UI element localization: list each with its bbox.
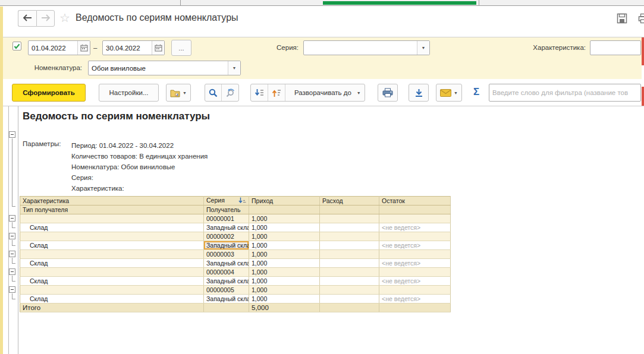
table-cell[interactable]: 1,000 <box>249 295 320 304</box>
table-cell[interactable]: Склад <box>20 295 204 304</box>
table-cell[interactable] <box>320 250 379 259</box>
table-cell[interactable] <box>20 250 204 259</box>
table-cell[interactable] <box>320 277 379 286</box>
favorites-star-icon[interactable]: ☆ <box>59 11 70 24</box>
table-cell[interactable] <box>320 241 379 250</box>
date-to-calendar-button[interactable] <box>152 41 164 55</box>
table-cell[interactable] <box>320 214 379 223</box>
table-cell[interactable]: Склад <box>20 259 204 268</box>
subheader-empty[interactable] <box>379 206 451 214</box>
search-next-button[interactable] <box>221 84 238 101</box>
table-cell[interactable]: <не ведется> <box>379 241 451 250</box>
date-from-input[interactable] <box>29 41 77 55</box>
table-cell[interactable] <box>379 286 451 295</box>
table-cell[interactable] <box>320 223 379 232</box>
table-cell[interactable] <box>20 268 204 277</box>
table-cell[interactable]: 1,000 <box>249 241 320 250</box>
report-variants-button[interactable]: ▼ <box>166 84 191 102</box>
print-header-button[interactable] <box>637 14 644 26</box>
active-tab-indicator[interactable] <box>323 1 476 5</box>
search-button[interactable] <box>205 84 221 101</box>
collapse-report-button[interactable] <box>9 131 15 138</box>
total-ostatok-cell[interactable] <box>379 304 451 312</box>
table-cell[interactable] <box>379 268 451 277</box>
table-cell[interactable]: 1,000 <box>249 277 320 286</box>
forward-button[interactable] <box>36 10 55 27</box>
table-cell[interactable]: 00000001 <box>204 214 249 223</box>
table-cell[interactable] <box>379 214 451 223</box>
table-cell[interactable]: <не ведется> <box>379 295 451 304</box>
total-label[interactable]: Итого <box>20 304 204 312</box>
table-cell[interactable]: Западный склад <box>204 259 249 268</box>
subheader-tip-poluchatelya[interactable]: Тип получателя <box>20 206 204 214</box>
column-header-rashod[interactable]: Расход <box>320 197 379 206</box>
column-header-ostatok[interactable]: Остаток <box>379 197 451 206</box>
date-to-input[interactable] <box>103 41 152 55</box>
expand-to-button[interactable]: Разворачивать до ▼ <box>285 84 365 101</box>
collapse-group-button[interactable] <box>9 215 15 222</box>
collapse-group-button[interactable] <box>9 233 15 239</box>
table-cell[interactable]: Склад <box>20 277 204 286</box>
column-header-seriya[interactable]: Серия <box>204 197 249 206</box>
column-header-prihod[interactable]: Приход <box>249 197 320 206</box>
table-cell[interactable]: 1,000 <box>249 250 320 259</box>
table-cell[interactable]: 1,000 <box>249 259 320 268</box>
table-cell[interactable]: 00000004 <box>204 268 249 277</box>
table-cell[interactable]: Западный склад <box>204 277 249 286</box>
table-cell[interactable]: 1,000 <box>249 268 320 277</box>
table-cell[interactable]: Западный склад <box>204 295 249 304</box>
seriya-dropdown-button[interactable]: ▼ <box>417 41 429 55</box>
table-cell[interactable]: Западный склад <box>204 223 249 232</box>
email-button[interactable]: ▼ <box>436 84 462 102</box>
table-cell[interactable] <box>20 214 204 223</box>
quick-filter-input[interactable] <box>489 84 640 101</box>
table-cell[interactable]: 1,000 <box>249 214 320 223</box>
table-cell[interactable] <box>379 232 451 241</box>
table-cell[interactable]: 1,000 <box>249 223 320 232</box>
table-cell[interactable]: Склад <box>20 241 204 250</box>
subheader-empty[interactable] <box>249 206 320 214</box>
sum-button[interactable]: Σ <box>473 86 479 98</box>
subheader-poluchatel[interactable]: Получатель <box>204 206 249 214</box>
selected-cell[interactable]: Западный склад <box>204 241 249 250</box>
table-cell[interactable]: 00000003 <box>204 250 249 259</box>
period-checkbox[interactable] <box>12 42 21 50</box>
table-cell[interactable]: 00000005 <box>204 286 249 295</box>
table-cell[interactable]: <не ведется> <box>379 223 451 232</box>
table-cell[interactable] <box>320 232 379 241</box>
table-cell[interactable] <box>320 259 379 268</box>
collapse-group-button[interactable] <box>9 286 15 293</box>
collapse-group-button[interactable] <box>9 268 15 275</box>
print-button[interactable] <box>378 84 398 102</box>
back-button[interactable] <box>18 10 36 27</box>
subheader-empty[interactable] <box>320 206 379 214</box>
table-cell[interactable] <box>379 250 451 259</box>
nomenklatura-dropdown-button[interactable]: ▼ <box>228 61 240 75</box>
total-prihod-cell[interactable]: 5,000 <box>249 304 320 312</box>
period-more-button[interactable]: ... <box>171 40 191 56</box>
total-rashod-cell[interactable] <box>320 304 379 312</box>
settings-button[interactable]: Настройки... <box>99 84 159 102</box>
collapse-groups-button[interactable] <box>251 84 268 101</box>
table-cell[interactable]: Склад <box>20 223 204 232</box>
table-cell[interactable]: 00000002 <box>204 232 249 241</box>
table-cell[interactable] <box>320 286 379 295</box>
seriya-input[interactable] <box>304 41 417 55</box>
table-cell[interactable]: <не ведется> <box>379 259 451 268</box>
table-cell[interactable]: <не ведется> <box>379 277 451 286</box>
download-button[interactable] <box>409 84 429 102</box>
table-cell[interactable] <box>20 232 204 241</box>
total-seriya-cell[interactable] <box>204 304 249 312</box>
table-cell[interactable] <box>320 295 379 304</box>
table-cell[interactable] <box>20 286 204 295</box>
harakteristika-input[interactable] <box>590 41 640 55</box>
column-header-harakteristika[interactable]: Характеристика <box>20 197 204 206</box>
date-from-calendar-button[interactable] <box>77 41 90 55</box>
generate-button[interactable]: Сформировать <box>12 84 86 102</box>
expand-groups-button[interactable] <box>268 84 285 101</box>
save-report-button[interactable] <box>616 14 628 26</box>
table-cell[interactable]: 1,000 <box>249 232 320 241</box>
nomenklatura-input[interactable] <box>89 61 228 75</box>
table-cell[interactable]: 1,000 <box>249 286 320 295</box>
collapse-group-button[interactable] <box>9 251 15 257</box>
